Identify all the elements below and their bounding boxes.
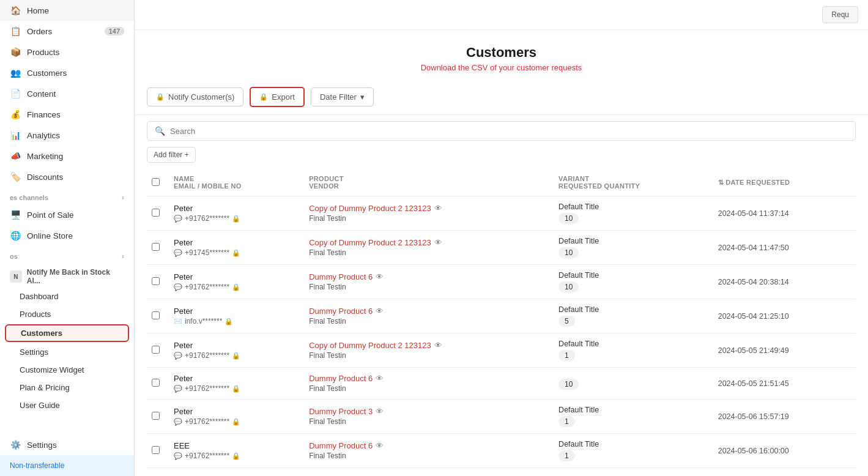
submenu-plan-pricing[interactable]: Plan & Pricing: [0, 379, 134, 396]
sidebar-item-analytics[interactable]: 📊 Analytics: [0, 125, 134, 146]
contact-value: +91762*******: [185, 283, 229, 291]
variant-title: Default Title: [558, 237, 708, 245]
submenu-products[interactable]: Products: [0, 305, 134, 323]
quantity-badge: 1: [558, 350, 575, 361]
submenu-dashboard[interactable]: Dashboard: [0, 288, 134, 305]
settings-icon: ⚙️: [10, 440, 21, 450]
customer-contact: 💬 +91762******* 🔒: [174, 214, 299, 223]
row-checkbox[interactable]: [152, 412, 160, 420]
product-link[interactable]: Dummy Product 3: [309, 407, 373, 416]
submenu-customers[interactable]: Customers: [5, 324, 129, 342]
row-checkbox[interactable]: [152, 446, 160, 454]
customer-name: Peter: [174, 341, 299, 350]
page-subtitle: Download the CSV of your customer reques…: [147, 63, 856, 72]
submenu-label: Dashboard: [20, 292, 59, 301]
product-link[interactable]: Copy of Dummy Product 2 123123: [309, 341, 431, 350]
sidebar-item-orders[interactable]: 📋 Orders 147: [0, 21, 134, 42]
customer-name: Peter: [174, 204, 299, 213]
variant-cell: Default Title 1: [554, 434, 713, 468]
sidebar-item-label: Products: [27, 48, 59, 57]
app-name-label: Notify Me Back in Stock Al...: [27, 268, 124, 285]
row-checkbox[interactable]: [152, 209, 160, 217]
variant-title: Default Title: [558, 203, 708, 211]
customer-contact: ✉️ info.v******* 🔒: [174, 317, 299, 325]
submenu-label: User Guide: [20, 401, 60, 410]
eye-icon[interactable]: 👁: [376, 407, 384, 416]
product-link[interactable]: Dummy Product 6: [309, 374, 373, 383]
finances-icon: 💰: [10, 110, 21, 119]
contact-value: +91762*******: [185, 384, 229, 393]
row-checkbox[interactable]: [152, 311, 160, 319]
table-wrapper: NAME EMAIL / MOBILE NO PRODUCT VENDOR VA…: [135, 169, 868, 476]
th-date-requested[interactable]: ⇅ DATE REQUESTED: [713, 169, 856, 196]
add-filter-button[interactable]: Add filter +: [147, 147, 196, 163]
export-button[interactable]: 🔒 Export: [250, 87, 305, 107]
product-cell: Dummy Product 6 👁 Final Testin: [304, 368, 554, 400]
product-link[interactable]: Copy of Dummy Product 2 123123: [309, 238, 431, 247]
submenu-user-guide[interactable]: User Guide: [0, 396, 134, 414]
submenu-label: Customize Widget: [20, 365, 84, 374]
customer-name-cell: Peter 💬 +91762******* 🔒: [169, 196, 304, 231]
customers-icon: 👥: [10, 68, 21, 78]
product-vendor: Final Testin: [309, 214, 549, 223]
row-checkbox-cell: [147, 299, 169, 333]
product-vendor: Final Testin: [309, 317, 549, 325]
online-store-icon: 🌐: [10, 231, 21, 240]
variant-cell: Default Title 5: [554, 299, 713, 333]
eye-icon[interactable]: 👁: [434, 204, 442, 213]
lock-icon: 🔒: [156, 93, 165, 101]
row-checkbox[interactable]: [152, 243, 160, 251]
eye-icon[interactable]: 👁: [376, 374, 384, 383]
orders-icon: 📋: [10, 26, 21, 36]
product-vendor: Final Testin: [309, 248, 549, 257]
product-link[interactable]: Dummy Product 6: [309, 272, 373, 281]
phone-icon: 💬: [174, 452, 182, 460]
submenu-settings[interactable]: Settings: [0, 343, 134, 361]
notify-customers-button[interactable]: 🔒 Notify Customer(s): [147, 87, 243, 106]
phone-icon: 💬: [174, 352, 182, 360]
sidebar-item-pos[interactable]: 🖥️ Point of Sale: [0, 204, 134, 225]
table-row: Peter 💬 +91762******* 🔒 Copy of Dummy Pr…: [147, 196, 856, 231]
analytics-icon: 📊: [10, 130, 21, 140]
product-link[interactable]: Dummy Product 6: [309, 307, 373, 316]
submenu-label: Customers: [21, 329, 62, 338]
sidebar-item-label: Home: [27, 6, 49, 15]
row-checkbox-cell: [147, 333, 169, 368]
sidebar-item-online-store[interactable]: 🌐 Online Store: [0, 225, 134, 246]
row-checkbox-cell: [147, 434, 169, 468]
submenu-customize-widget[interactable]: Customize Widget: [0, 361, 134, 379]
eye-icon[interactable]: 👁: [434, 238, 442, 247]
product-link[interactable]: Dummy Product 6: [309, 441, 373, 450]
sidebar-item-settings[interactable]: ⚙️ Settings: [0, 434, 134, 455]
sidebar-item-discounts[interactable]: 🏷️ Discounts: [0, 166, 134, 187]
request-button[interactable]: Requ: [822, 6, 858, 23]
row-checkbox[interactable]: [152, 346, 160, 354]
phone-icon: 💬: [174, 418, 182, 426]
sidebar-item-finances[interactable]: 💰 Finances: [0, 104, 134, 125]
eye-icon[interactable]: 👁: [376, 307, 384, 316]
sidebar-item-customers[interactable]: 👥 Customers: [0, 62, 134, 83]
search-input[interactable]: [170, 127, 848, 136]
sidebar-item-content[interactable]: 📄 Content: [0, 83, 134, 104]
eye-icon[interactable]: 👁: [434, 341, 442, 350]
customer-name-cell: Peter 💬 +91745******* 🔒: [169, 231, 304, 265]
eye-icon[interactable]: 👁: [376, 441, 384, 450]
sidebar-item-marketing[interactable]: 📣 Marketing: [0, 146, 134, 166]
table-row: Peter 💬 +91762******* 🔒 Dummy Product 6 …: [147, 265, 856, 299]
sidebar-item-products[interactable]: 📦 Products: [0, 42, 134, 62]
row-checkbox[interactable]: [152, 277, 160, 285]
orders-badge: 147: [105, 27, 124, 35]
sidebar-item-label: Customers: [27, 69, 67, 78]
product-vendor: Final Testin: [309, 384, 549, 393]
contact-value: +91762*******: [185, 214, 229, 223]
row-checkbox[interactable]: [152, 379, 160, 387]
customer-name: Peter: [174, 238, 299, 247]
variant-cell: Default Title 1: [554, 333, 713, 368]
product-link[interactable]: Copy of Dummy Product 2 123123: [309, 204, 431, 213]
sidebar-item-label: Marketing: [27, 152, 63, 161]
select-all-checkbox[interactable]: [152, 178, 160, 186]
pos-icon: 🖥️: [10, 210, 21, 220]
date-filter-button[interactable]: Date Filter ▾: [311, 87, 374, 106]
eye-icon[interactable]: 👁: [376, 272, 384, 281]
sidebar-item-home[interactable]: 🏠 Home: [0, 0, 134, 21]
